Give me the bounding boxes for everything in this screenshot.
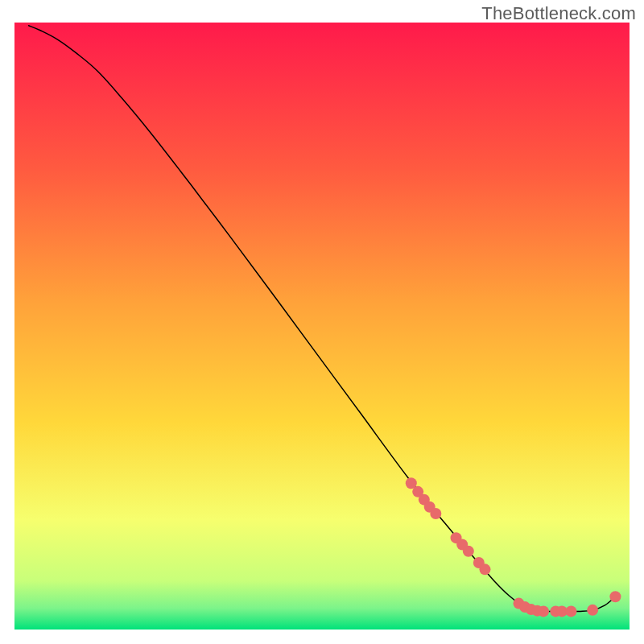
- chart-plot: [0, 0, 644, 644]
- watermark-label: TheBottleneck.com: [481, 3, 636, 24]
- data-marker: [565, 605, 576, 617]
- data-marker: [463, 546, 474, 557]
- plot-background: [14, 23, 630, 630]
- chart-container: TheBottleneck.com: [0, 0, 644, 644]
- data-marker: [430, 508, 441, 519]
- data-marker: [609, 591, 621, 602]
- data-marker: [538, 605, 549, 617]
- data-marker: [587, 605, 598, 616]
- data-marker: [479, 564, 490, 575]
